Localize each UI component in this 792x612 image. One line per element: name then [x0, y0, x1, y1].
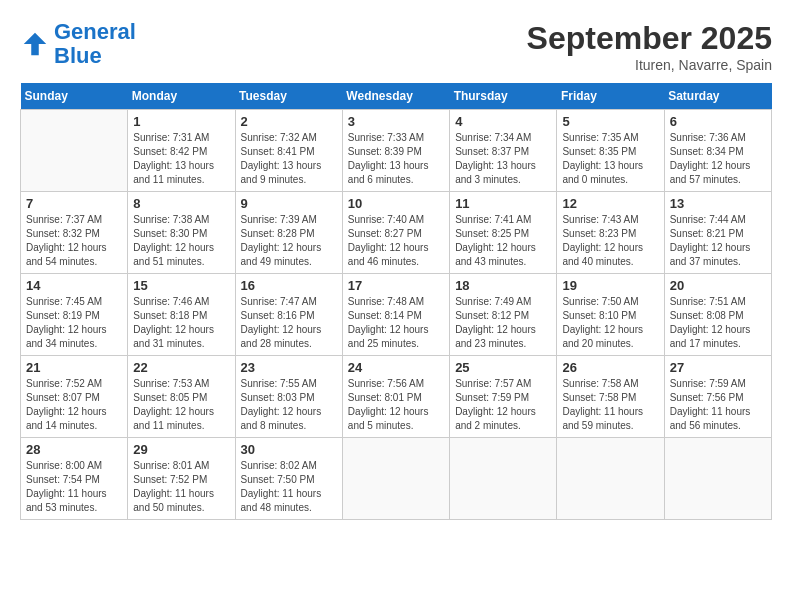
weekday-header-friday: Friday — [557, 83, 664, 110]
calendar-cell: 24 Sunrise: 7:56 AMSunset: 8:01 PMDaylig… — [342, 356, 449, 438]
cell-info: Sunrise: 8:00 AMSunset: 7:54 PMDaylight:… — [26, 459, 122, 515]
cell-info: Sunrise: 7:53 AMSunset: 8:05 PMDaylight:… — [133, 377, 229, 433]
day-number: 23 — [241, 360, 337, 375]
cell-info: Sunrise: 7:46 AMSunset: 8:18 PMDaylight:… — [133, 295, 229, 351]
calendar-cell: 12 Sunrise: 7:43 AMSunset: 8:23 PMDaylig… — [557, 192, 664, 274]
day-number: 21 — [26, 360, 122, 375]
cell-info: Sunrise: 7:50 AMSunset: 8:10 PMDaylight:… — [562, 295, 658, 351]
day-number: 6 — [670, 114, 766, 129]
calendar-cell: 16 Sunrise: 7:47 AMSunset: 8:16 PMDaylig… — [235, 274, 342, 356]
page-header: General Blue September 2025 Ituren, Nava… — [20, 20, 772, 73]
calendar-cell: 21 Sunrise: 7:52 AMSunset: 8:07 PMDaylig… — [21, 356, 128, 438]
cell-info: Sunrise: 7:49 AMSunset: 8:12 PMDaylight:… — [455, 295, 551, 351]
calendar-cell: 28 Sunrise: 8:00 AMSunset: 7:54 PMDaylig… — [21, 438, 128, 520]
calendar-cell — [557, 438, 664, 520]
day-number: 22 — [133, 360, 229, 375]
calendar-cell — [664, 438, 771, 520]
calendar-cell: 27 Sunrise: 7:59 AMSunset: 7:56 PMDaylig… — [664, 356, 771, 438]
calendar-cell: 30 Sunrise: 8:02 AMSunset: 7:50 PMDaylig… — [235, 438, 342, 520]
day-number: 4 — [455, 114, 551, 129]
day-number: 20 — [670, 278, 766, 293]
calendar-cell: 2 Sunrise: 7:32 AMSunset: 8:41 PMDayligh… — [235, 110, 342, 192]
day-number: 1 — [133, 114, 229, 129]
day-number: 19 — [562, 278, 658, 293]
calendar-cell: 15 Sunrise: 7:46 AMSunset: 8:18 PMDaylig… — [128, 274, 235, 356]
calendar-cell: 9 Sunrise: 7:39 AMSunset: 8:28 PMDayligh… — [235, 192, 342, 274]
logo-line2: Blue — [54, 43, 102, 68]
cell-info: Sunrise: 7:31 AMSunset: 8:42 PMDaylight:… — [133, 131, 229, 187]
svg-marker-0 — [24, 33, 47, 56]
cell-info: Sunrise: 7:56 AMSunset: 8:01 PMDaylight:… — [348, 377, 444, 433]
cell-info: Sunrise: 7:33 AMSunset: 8:39 PMDaylight:… — [348, 131, 444, 187]
day-number: 12 — [562, 196, 658, 211]
cell-info: Sunrise: 7:55 AMSunset: 8:03 PMDaylight:… — [241, 377, 337, 433]
calendar-cell: 26 Sunrise: 7:58 AMSunset: 7:58 PMDaylig… — [557, 356, 664, 438]
calendar-cell: 5 Sunrise: 7:35 AMSunset: 8:35 PMDayligh… — [557, 110, 664, 192]
cell-info: Sunrise: 7:41 AMSunset: 8:25 PMDaylight:… — [455, 213, 551, 269]
calendar-cell — [21, 110, 128, 192]
cell-info: Sunrise: 7:37 AMSunset: 8:32 PMDaylight:… — [26, 213, 122, 269]
day-number: 18 — [455, 278, 551, 293]
calendar-table: SundayMondayTuesdayWednesdayThursdayFrid… — [20, 83, 772, 520]
calendar-cell: 23 Sunrise: 7:55 AMSunset: 8:03 PMDaylig… — [235, 356, 342, 438]
cell-info: Sunrise: 7:38 AMSunset: 8:30 PMDaylight:… — [133, 213, 229, 269]
cell-info: Sunrise: 7:36 AMSunset: 8:34 PMDaylight:… — [670, 131, 766, 187]
weekday-header-sunday: Sunday — [21, 83, 128, 110]
calendar-cell: 6 Sunrise: 7:36 AMSunset: 8:34 PMDayligh… — [664, 110, 771, 192]
day-number: 5 — [562, 114, 658, 129]
cell-info: Sunrise: 7:47 AMSunset: 8:16 PMDaylight:… — [241, 295, 337, 351]
logo-text: General Blue — [54, 20, 136, 68]
day-number: 13 — [670, 196, 766, 211]
location: Ituren, Navarre, Spain — [527, 57, 772, 73]
calendar-cell: 7 Sunrise: 7:37 AMSunset: 8:32 PMDayligh… — [21, 192, 128, 274]
day-number: 29 — [133, 442, 229, 457]
logo-line1: General — [54, 19, 136, 44]
cell-info: Sunrise: 7:57 AMSunset: 7:59 PMDaylight:… — [455, 377, 551, 433]
day-number: 3 — [348, 114, 444, 129]
calendar-cell: 11 Sunrise: 7:41 AMSunset: 8:25 PMDaylig… — [450, 192, 557, 274]
weekday-header-saturday: Saturday — [664, 83, 771, 110]
weekday-header-wednesday: Wednesday — [342, 83, 449, 110]
calendar-cell: 10 Sunrise: 7:40 AMSunset: 8:27 PMDaylig… — [342, 192, 449, 274]
cell-info: Sunrise: 7:40 AMSunset: 8:27 PMDaylight:… — [348, 213, 444, 269]
day-number: 24 — [348, 360, 444, 375]
day-number: 11 — [455, 196, 551, 211]
calendar-cell: 22 Sunrise: 7:53 AMSunset: 8:05 PMDaylig… — [128, 356, 235, 438]
calendar-cell: 8 Sunrise: 7:38 AMSunset: 8:30 PMDayligh… — [128, 192, 235, 274]
week-row-2: 14 Sunrise: 7:45 AMSunset: 8:19 PMDaylig… — [21, 274, 772, 356]
week-row-1: 7 Sunrise: 7:37 AMSunset: 8:32 PMDayligh… — [21, 192, 772, 274]
week-row-3: 21 Sunrise: 7:52 AMSunset: 8:07 PMDaylig… — [21, 356, 772, 438]
day-number: 7 — [26, 196, 122, 211]
calendar-cell: 19 Sunrise: 7:50 AMSunset: 8:10 PMDaylig… — [557, 274, 664, 356]
calendar-cell: 25 Sunrise: 7:57 AMSunset: 7:59 PMDaylig… — [450, 356, 557, 438]
day-number: 27 — [670, 360, 766, 375]
month-title: September 2025 — [527, 20, 772, 57]
cell-info: Sunrise: 7:52 AMSunset: 8:07 PMDaylight:… — [26, 377, 122, 433]
calendar-cell — [450, 438, 557, 520]
calendar-cell: 17 Sunrise: 7:48 AMSunset: 8:14 PMDaylig… — [342, 274, 449, 356]
cell-info: Sunrise: 7:35 AMSunset: 8:35 PMDaylight:… — [562, 131, 658, 187]
day-number: 26 — [562, 360, 658, 375]
day-number: 28 — [26, 442, 122, 457]
cell-info: Sunrise: 8:02 AMSunset: 7:50 PMDaylight:… — [241, 459, 337, 515]
cell-info: Sunrise: 7:51 AMSunset: 8:08 PMDaylight:… — [670, 295, 766, 351]
day-number: 30 — [241, 442, 337, 457]
cell-info: Sunrise: 7:48 AMSunset: 8:14 PMDaylight:… — [348, 295, 444, 351]
weekday-header-monday: Monday — [128, 83, 235, 110]
calendar-cell: 29 Sunrise: 8:01 AMSunset: 7:52 PMDaylig… — [128, 438, 235, 520]
calendar-cell: 3 Sunrise: 7:33 AMSunset: 8:39 PMDayligh… — [342, 110, 449, 192]
weekday-header-tuesday: Tuesday — [235, 83, 342, 110]
cell-info: Sunrise: 7:34 AMSunset: 8:37 PMDaylight:… — [455, 131, 551, 187]
day-number: 16 — [241, 278, 337, 293]
week-row-0: 1 Sunrise: 7:31 AMSunset: 8:42 PMDayligh… — [21, 110, 772, 192]
day-number: 14 — [26, 278, 122, 293]
day-number: 8 — [133, 196, 229, 211]
cell-info: Sunrise: 8:01 AMSunset: 7:52 PMDaylight:… — [133, 459, 229, 515]
day-number: 2 — [241, 114, 337, 129]
calendar-cell — [342, 438, 449, 520]
day-number: 9 — [241, 196, 337, 211]
calendar-cell: 14 Sunrise: 7:45 AMSunset: 8:19 PMDaylig… — [21, 274, 128, 356]
day-number: 10 — [348, 196, 444, 211]
calendar-cell: 1 Sunrise: 7:31 AMSunset: 8:42 PMDayligh… — [128, 110, 235, 192]
day-number: 25 — [455, 360, 551, 375]
